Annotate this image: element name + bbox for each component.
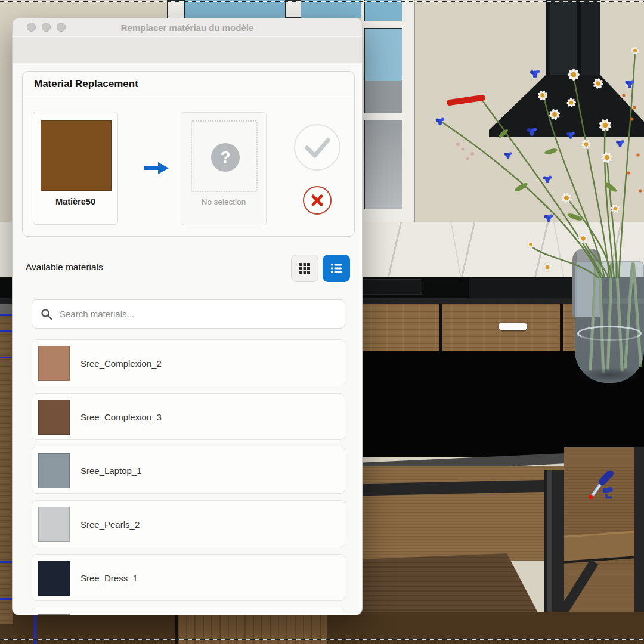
selection-edge xyxy=(0,598,13,600)
dialog-title: Remplacer matériau du modèle xyxy=(13,18,362,36)
material-row[interactable]: Sree_Laptop_1 xyxy=(32,447,345,494)
selection-edge xyxy=(0,314,13,316)
cooktop xyxy=(360,279,422,295)
check-icon xyxy=(295,125,339,169)
material-swatch xyxy=(38,507,70,542)
cabinet-side-shadow xyxy=(0,624,13,644)
material-name: Sree_Pearls_2 xyxy=(80,501,140,548)
available-materials-label: Available materials xyxy=(26,262,103,273)
cabinet-side xyxy=(0,314,13,624)
material-row[interactable]: Sree_Complexion_3 xyxy=(32,393,345,440)
cabinet-side-edge xyxy=(0,304,13,314)
material-swatch xyxy=(38,561,70,596)
sketchup-viewport[interactable]: Remplacer matériau du modèle Material Re… xyxy=(0,0,644,644)
material-row[interactable] xyxy=(32,608,345,615)
selection-dashed-border-bottom xyxy=(0,639,644,640)
material-dropper-cursor xyxy=(586,471,617,502)
window-frame xyxy=(361,0,415,222)
list-icon xyxy=(330,262,342,274)
material-swatch xyxy=(38,400,70,435)
search-input[interactable] xyxy=(58,300,333,328)
selection-edge xyxy=(0,357,13,358)
source-material-tile[interactable]: Matière50 xyxy=(33,112,118,225)
list-view-button[interactable] xyxy=(323,255,350,282)
material-row[interactable]: Sree_Pearls_2 xyxy=(32,500,345,547)
material-swatch xyxy=(38,453,70,488)
vase-shadow xyxy=(576,367,643,383)
drawer-handle xyxy=(499,323,527,330)
cabinet-frame xyxy=(167,0,185,19)
chair-seat xyxy=(564,530,644,563)
material-row[interactable]: Sree_Dress_1 xyxy=(32,554,345,601)
material-swatch xyxy=(38,346,70,381)
right-arrow-icon xyxy=(141,162,170,175)
cabinet-glass xyxy=(301,0,363,18)
card-header: Material Replacement xyxy=(34,78,138,90)
cabinet-frame xyxy=(285,0,301,18)
selection-edge xyxy=(0,330,13,332)
material-replacement-dialog: Remplacer matériau du modèle Material Re… xyxy=(12,18,363,615)
flower-bouquet xyxy=(432,8,644,284)
cancel-button[interactable] xyxy=(303,186,332,215)
selection-dashed-border-top xyxy=(0,1,644,2)
material-swatch xyxy=(38,614,70,615)
material-name: Sree_Complexion_3 xyxy=(80,394,162,441)
material-name: Sree_Complexion_2 xyxy=(80,340,162,387)
cross-icon xyxy=(304,187,330,213)
material-row[interactable]: Sree_Complexion_2 xyxy=(32,339,345,386)
confirm-button[interactable] xyxy=(294,124,340,171)
grid-icon xyxy=(299,262,311,274)
grid-view-button[interactable] xyxy=(291,255,318,282)
target-dropzone: ? xyxy=(191,120,258,192)
target-status-label: No selection xyxy=(181,197,266,206)
source-material-swatch xyxy=(41,120,112,191)
source-material-name: Matière50 xyxy=(33,197,117,206)
target-material-tile[interactable]: ? No selection xyxy=(181,112,267,225)
drawer-gap xyxy=(439,304,442,351)
card-divider xyxy=(23,100,354,100)
drawer-gap xyxy=(560,304,563,351)
material-name: Sree_Laptop_1 xyxy=(80,447,142,494)
selection-edge xyxy=(0,561,13,563)
dialog-toolband xyxy=(13,37,362,63)
search-icon xyxy=(41,308,52,320)
cabinet-glass xyxy=(185,0,285,18)
water-line xyxy=(577,326,642,341)
material-name: Sree_Dress_1 xyxy=(80,555,138,602)
question-icon: ? xyxy=(211,143,240,172)
search-box xyxy=(32,299,345,329)
